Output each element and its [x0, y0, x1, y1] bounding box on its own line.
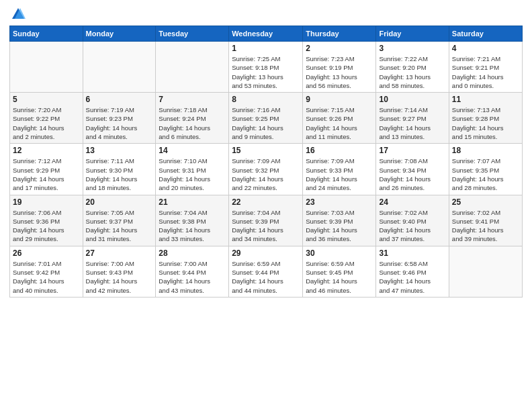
- day-info: Sunrise: 7:06 AMSunset: 9:36 PMDaylight:…: [13, 208, 80, 244]
- day-number: 25: [452, 197, 519, 207]
- day-cell: 20Sunrise: 7:05 AMSunset: 9:37 PMDayligh…: [83, 195, 156, 246]
- day-cell: 24Sunrise: 7:02 AMSunset: 9:40 PMDayligh…: [376, 195, 449, 246]
- day-cell: 16Sunrise: 7:09 AMSunset: 9:33 PMDayligh…: [303, 144, 376, 195]
- day-cell: 28Sunrise: 7:00 AMSunset: 9:44 PMDayligh…: [156, 246, 229, 297]
- day-number: 17: [379, 146, 445, 155]
- day-number: 3: [379, 44, 445, 53]
- day-number: 28: [159, 248, 226, 258]
- day-cell: 2Sunrise: 7:23 AMSunset: 9:19 PMDaylight…: [303, 42, 376, 93]
- day-cell: 15Sunrise: 7:09 AMSunset: 9:32 PMDayligh…: [229, 144, 303, 195]
- day-info: Sunrise: 7:21 AMSunset: 9:21 PMDaylight:…: [452, 54, 519, 90]
- day-number: 18: [452, 146, 519, 155]
- day-cell: 18Sunrise: 7:07 AMSunset: 9:35 PMDayligh…: [449, 144, 522, 195]
- day-cell: 5Sunrise: 7:20 AMSunset: 9:22 PMDaylight…: [10, 93, 83, 144]
- day-cell: 26Sunrise: 7:01 AMSunset: 9:42 PMDayligh…: [10, 246, 83, 297]
- header-cell-friday: Friday: [376, 26, 449, 42]
- day-cell: 14Sunrise: 7:10 AMSunset: 9:31 PMDayligh…: [156, 144, 229, 195]
- day-info: Sunrise: 6:59 AMSunset: 9:45 PMDaylight:…: [306, 259, 373, 295]
- day-number: 2: [306, 44, 373, 53]
- day-info: Sunrise: 7:09 AMSunset: 9:32 PMDaylight:…: [232, 156, 300, 192]
- day-cell: 10Sunrise: 7:14 AMSunset: 9:27 PMDayligh…: [376, 93, 449, 144]
- day-number: 21: [159, 197, 226, 207]
- day-number: 11: [452, 95, 519, 104]
- day-cell: 11Sunrise: 7:13 AMSunset: 9:28 PMDayligh…: [449, 93, 522, 144]
- logo-icon: [11, 7, 26, 21]
- day-info: Sunrise: 7:04 AMSunset: 9:38 PMDaylight:…: [159, 208, 226, 244]
- day-info: Sunrise: 7:13 AMSunset: 9:28 PMDaylight:…: [452, 105, 519, 141]
- day-cell: 23Sunrise: 7:03 AMSunset: 9:39 PMDayligh…: [303, 195, 376, 246]
- day-info: Sunrise: 7:18 AMSunset: 9:24 PMDaylight:…: [159, 105, 226, 141]
- day-number: 24: [379, 197, 445, 207]
- day-info: Sunrise: 6:59 AMSunset: 9:44 PMDaylight:…: [232, 259, 300, 295]
- day-cell: 17Sunrise: 7:08 AMSunset: 9:34 PMDayligh…: [376, 144, 449, 195]
- day-number: 10: [379, 95, 445, 104]
- day-cell: [83, 42, 156, 93]
- logo: [9, 7, 26, 21]
- week-row-4: 26Sunrise: 7:01 AMSunset: 9:42 PMDayligh…: [10, 246, 523, 297]
- header-cell-wednesday: Wednesday: [229, 26, 303, 42]
- day-cell: 29Sunrise: 6:59 AMSunset: 9:44 PMDayligh…: [229, 246, 303, 297]
- day-number: 4: [452, 44, 519, 53]
- day-info: Sunrise: 7:00 AMSunset: 9:44 PMDaylight:…: [159, 259, 226, 295]
- header-cell-saturday: Saturday: [449, 26, 522, 42]
- day-info: Sunrise: 7:10 AMSunset: 9:31 PMDaylight:…: [159, 156, 226, 192]
- day-number: 15: [232, 146, 300, 155]
- day-number: 8: [232, 95, 300, 104]
- day-info: Sunrise: 7:00 AMSunset: 9:43 PMDaylight:…: [86, 259, 153, 295]
- day-cell: 3Sunrise: 7:22 AMSunset: 9:20 PMDaylight…: [376, 42, 449, 93]
- calendar-header: SundayMondayTuesdayWednesdayThursdayFrid…: [10, 26, 523, 42]
- day-number: 30: [306, 248, 373, 258]
- day-info: Sunrise: 7:07 AMSunset: 9:35 PMDaylight:…: [452, 156, 519, 192]
- day-cell: 6Sunrise: 7:19 AMSunset: 9:23 PMDaylight…: [83, 93, 156, 144]
- day-info: Sunrise: 7:08 AMSunset: 9:34 PMDaylight:…: [379, 156, 445, 192]
- day-number: 29: [232, 248, 300, 258]
- day-number: 14: [159, 146, 226, 155]
- day-cell: 22Sunrise: 7:04 AMSunset: 9:39 PMDayligh…: [229, 195, 303, 246]
- day-number: 19: [13, 197, 80, 207]
- calendar-body: 1Sunrise: 7:25 AMSunset: 9:18 PMDaylight…: [10, 42, 523, 298]
- header-cell-sunday: Sunday: [10, 26, 83, 42]
- day-number: 23: [306, 197, 373, 207]
- week-row-1: 5Sunrise: 7:20 AMSunset: 9:22 PMDaylight…: [10, 93, 523, 144]
- page: SundayMondayTuesdayWednesdayThursdayFrid…: [0, 0, 532, 411]
- day-info: Sunrise: 7:19 AMSunset: 9:23 PMDaylight:…: [86, 105, 153, 141]
- day-number: 13: [86, 146, 153, 155]
- day-number: 6: [86, 95, 153, 104]
- day-info: Sunrise: 7:04 AMSunset: 9:39 PMDaylight:…: [232, 208, 300, 244]
- day-cell: 12Sunrise: 7:12 AMSunset: 9:29 PMDayligh…: [10, 144, 83, 195]
- day-info: Sunrise: 7:09 AMSunset: 9:33 PMDaylight:…: [306, 156, 373, 192]
- day-number: 31: [379, 248, 445, 258]
- day-info: Sunrise: 7:01 AMSunset: 9:42 PMDaylight:…: [13, 259, 80, 295]
- header: [9, 7, 523, 21]
- day-cell: [10, 42, 83, 93]
- day-cell: [156, 42, 229, 93]
- week-row-3: 19Sunrise: 7:06 AMSunset: 9:36 PMDayligh…: [10, 195, 523, 246]
- day-number: 26: [13, 248, 80, 258]
- day-cell: [449, 246, 522, 297]
- day-number: 9: [306, 95, 373, 104]
- day-cell: 31Sunrise: 6:58 AMSunset: 9:46 PMDayligh…: [376, 246, 449, 297]
- day-info: Sunrise: 7:12 AMSunset: 9:29 PMDaylight:…: [13, 156, 80, 192]
- header-cell-tuesday: Tuesday: [156, 26, 229, 42]
- day-info: Sunrise: 7:03 AMSunset: 9:39 PMDaylight:…: [306, 208, 373, 244]
- day-number: 1: [232, 44, 300, 53]
- day-cell: 21Sunrise: 7:04 AMSunset: 9:38 PMDayligh…: [156, 195, 229, 246]
- day-info: Sunrise: 7:02 AMSunset: 9:41 PMDaylight:…: [452, 208, 519, 244]
- week-row-0: 1Sunrise: 7:25 AMSunset: 9:18 PMDaylight…: [10, 42, 523, 93]
- day-info: Sunrise: 7:20 AMSunset: 9:22 PMDaylight:…: [13, 105, 80, 141]
- day-info: Sunrise: 7:11 AMSunset: 9:30 PMDaylight:…: [86, 156, 153, 192]
- day-info: Sunrise: 7:16 AMSunset: 9:25 PMDaylight:…: [232, 105, 300, 141]
- day-number: 16: [306, 146, 373, 155]
- calendar-table: SundayMondayTuesdayWednesdayThursdayFrid…: [9, 26, 523, 298]
- day-info: Sunrise: 7:15 AMSunset: 9:26 PMDaylight:…: [306, 105, 373, 141]
- day-info: Sunrise: 7:02 AMSunset: 9:40 PMDaylight:…: [379, 208, 445, 244]
- day-number: 5: [13, 95, 80, 104]
- week-row-2: 12Sunrise: 7:12 AMSunset: 9:29 PMDayligh…: [10, 144, 523, 195]
- day-cell: 7Sunrise: 7:18 AMSunset: 9:24 PMDaylight…: [156, 93, 229, 144]
- day-number: 27: [86, 248, 153, 258]
- day-info: Sunrise: 7:14 AMSunset: 9:27 PMDaylight:…: [379, 105, 445, 141]
- day-cell: 19Sunrise: 7:06 AMSunset: 9:36 PMDayligh…: [10, 195, 83, 246]
- day-cell: 27Sunrise: 7:00 AMSunset: 9:43 PMDayligh…: [83, 246, 156, 297]
- header-row: SundayMondayTuesdayWednesdayThursdayFrid…: [10, 26, 523, 42]
- day-cell: 1Sunrise: 7:25 AMSunset: 9:18 PMDaylight…: [229, 42, 303, 93]
